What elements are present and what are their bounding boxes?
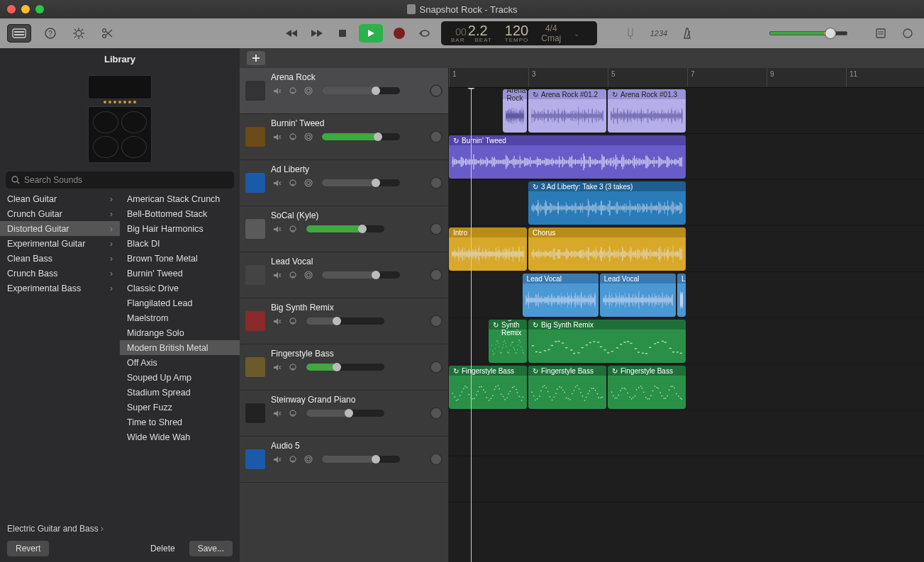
category-item[interactable]: Clean Bass› (0, 251, 120, 266)
lcd-display[interactable]: 00 2.2 BAR BEAT 120 TEMPO 4/4 Cmaj ⌄ (441, 21, 597, 45)
mute-button[interactable] (271, 131, 284, 142)
track-lane[interactable] (449, 410, 924, 456)
track-volume-slider[interactable] (306, 410, 384, 417)
input-monitor-button[interactable] (302, 85, 315, 96)
preset-item[interactable]: Off Axis (120, 355, 240, 370)
track-header[interactable]: Arena Rock (240, 68, 448, 114)
mute-button[interactable] (271, 408, 284, 419)
preset-item[interactable]: Midrange Solo (120, 325, 240, 340)
track-header[interactable]: Audio 5 (240, 437, 448, 483)
region[interactable]: Arena Rock (503, 89, 527, 133)
preset-item[interactable]: Black DI (120, 236, 240, 251)
track-header[interactable]: Fingerstyle Bass (240, 344, 448, 390)
solo-button[interactable] (286, 454, 299, 465)
library-toggle-button[interactable] (7, 24, 31, 43)
preset-item[interactable]: Stadium Spread (120, 385, 240, 400)
track-pan-knob[interactable] (430, 453, 442, 466)
category-item[interactable]: Distorted Guitar› (0, 221, 120, 236)
region[interactable]: Lead Vocal (600, 274, 676, 317)
preset-item[interactable]: Burnin' Tweed (120, 266, 240, 281)
preset-item[interactable]: Flangilated Lead (120, 296, 240, 310)
track-volume-slider[interactable] (322, 179, 400, 186)
preset-item[interactable]: Classic Drive (120, 281, 240, 296)
category-list-left[interactable]: Clean Guitar›Crunch Guitar›Distorted Gui… (0, 191, 120, 518)
category-item[interactable]: Clean Guitar› (0, 191, 120, 206)
track-header[interactable]: Steinway Grand Piano (240, 390, 448, 437)
category-item[interactable]: Experimental Bass› (0, 281, 120, 296)
search-sounds-input[interactable]: Search Sounds (6, 172, 234, 189)
preset-item[interactable]: Super Fuzz (120, 400, 240, 415)
track-volume-slider[interactable] (322, 87, 400, 94)
solo-button[interactable] (286, 269, 299, 281)
preset-item[interactable]: Time to Shred (120, 415, 240, 429)
track-volume-slider[interactable] (322, 271, 400, 279)
rewind-button[interactable] (282, 26, 301, 41)
solo-button[interactable] (286, 85, 299, 96)
track-lane[interactable] (449, 180, 924, 226)
region[interactable]: ↻Big Synth Remix (528, 320, 686, 363)
mute-button[interactable] (271, 315, 284, 327)
region[interactable]: ↻Arena Rock #01.2 (528, 89, 606, 133)
tuning-fork-icon[interactable] (621, 26, 640, 41)
track-pan-knob[interactable] (430, 407, 442, 420)
close-window-button[interactable] (7, 5, 16, 13)
library-breadcrumb[interactable]: Electric Guitar and Bass › (7, 524, 233, 534)
category-list-right[interactable]: American Stack CrunchBell-Bottomed Stack… (120, 191, 240, 518)
solo-button[interactable] (286, 131, 299, 142)
track-pan-knob[interactable] (430, 269, 442, 281)
mute-button[interactable] (271, 177, 284, 189)
mute-button[interactable] (271, 85, 284, 96)
preset-item[interactable]: Big Hair Harmonics (120, 221, 240, 236)
track-pan-knob[interactable] (430, 223, 442, 235)
preset-item[interactable]: Maelstrom (120, 310, 240, 325)
cycle-button[interactable] (416, 26, 434, 41)
stop-button[interactable] (333, 26, 352, 41)
track-volume-slider[interactable] (322, 133, 400, 140)
solo-button[interactable] (286, 408, 299, 419)
preset-item[interactable]: Wide Wide Wah (120, 429, 240, 444)
region[interactable]: Lead Vocal (523, 274, 599, 317)
solo-button[interactable] (286, 315, 299, 327)
input-monitor-button[interactable] (302, 131, 315, 142)
track-lane[interactable] (449, 456, 924, 502)
record-button[interactable] (390, 26, 408, 41)
region[interactable]: Lead (677, 274, 686, 317)
region[interactable]: Intro (449, 227, 527, 271)
track-header[interactable]: Ad Liberty (240, 160, 448, 206)
zoom-window-button[interactable] (35, 5, 44, 13)
region[interactable]: ↻Big Synth Remix (489, 320, 527, 363)
solo-button[interactable] (286, 177, 299, 189)
track-volume-slider[interactable] (322, 456, 400, 463)
add-track-button[interactable] (247, 51, 265, 65)
timeline-area[interactable]: 1357911 Arena Rock ↻Arena Rock #01.2 ↻Ar… (449, 68, 924, 562)
track-volume-slider[interactable] (306, 364, 384, 371)
quick-help-button[interactable]: ? (41, 26, 60, 41)
preset-item[interactable]: Brown Tone Metal (120, 251, 240, 266)
track-pan-knob[interactable] (430, 130, 442, 143)
preset-item[interactable]: Souped Up Amp (120, 370, 240, 385)
notepad-icon[interactable] (872, 26, 890, 41)
minimize-window-button[interactable] (21, 5, 30, 13)
settings-icon[interactable] (69, 26, 88, 41)
track-header[interactable]: Burnin' Tweed (240, 114, 448, 160)
input-monitor-button[interactable] (302, 269, 315, 281)
region[interactable]: ↻Burnin' Tweed (449, 135, 686, 179)
preset-item[interactable]: American Stack Crunch (120, 191, 240, 206)
track-header[interactable]: Big Synth Remix (240, 298, 448, 344)
save-button[interactable]: Save... (189, 541, 233, 556)
track-pan-knob[interactable] (430, 315, 442, 327)
track-lane[interactable] (449, 272, 924, 318)
loop-browser-icon[interactable] (898, 26, 917, 41)
track-pan-knob[interactable] (430, 84, 442, 97)
region[interactable]: ↻Fingerstyle Bass (449, 366, 527, 409)
forward-button[interactable] (308, 26, 326, 41)
mute-button[interactable] (271, 269, 284, 281)
track-volume-slider[interactable] (306, 225, 384, 232)
play-button[interactable] (359, 24, 383, 43)
scissors-icon[interactable] (98, 26, 116, 41)
region[interactable]: ↻Fingerstyle Bass (608, 366, 686, 409)
region[interactable]: ↻3 Ad Liberty: Take 3 (3 takes) (528, 181, 686, 225)
track-pan-knob[interactable] (430, 176, 442, 189)
revert-button[interactable]: Revert (7, 541, 49, 556)
track-header[interactable]: Lead Vocal (240, 252, 448, 298)
